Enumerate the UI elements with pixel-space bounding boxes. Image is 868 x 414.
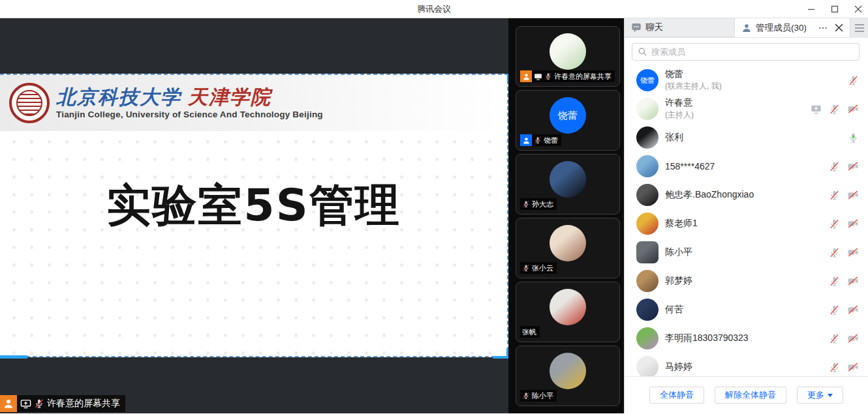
unmute-all-button[interactable]: 解除全体静音 — [715, 387, 786, 404]
camera-muted-icon[interactable] — [847, 246, 859, 258]
person-icon — [3, 398, 14, 409]
video-tile[interactable]: 孙大志 — [516, 154, 620, 214]
presentation-slide: 北京科技大学天津学院 Tianjin College, University o… — [0, 74, 508, 357]
slide-title: 实验室5S管理 — [0, 176, 507, 235]
member-row[interactable]: 李明雨18303790323 — [625, 324, 868, 353]
video-tile[interactable]: 张帆 — [516, 282, 620, 342]
participant-name: 饶蕾 — [544, 136, 558, 145]
role-badge — [520, 134, 532, 146]
tab-manage-members[interactable]: 管理成员(30) — [735, 18, 818, 37]
member-row[interactable]: 张利 — [625, 123, 868, 152]
members-panel: 聊天 管理成员(30) — [624, 18, 868, 413]
share-source-overlay: 许春意的屏幕共享 — [0, 395, 125, 412]
person-icon — [522, 72, 531, 81]
selection-segment — [493, 356, 507, 359]
member-name: 郭梦婷 — [665, 275, 829, 287]
mic-muted-icon — [534, 136, 542, 144]
mic-muted-icon[interactable] — [829, 161, 840, 172]
panel-menu-icon[interactable] — [850, 18, 868, 38]
mic-muted-icon[interactable] — [829, 104, 840, 115]
member-name: 马婷婷 — [665, 361, 829, 373]
panel-footer: 全体静音解除全体静音更多 — [625, 376, 868, 413]
camera-muted-icon[interactable] — [847, 189, 859, 201]
selection-segment — [0, 355, 27, 359]
avatar — [550, 353, 586, 389]
tab-chat-label: 聊天 — [645, 22, 663, 33]
mic-muted-icon[interactable] — [829, 247, 840, 258]
mic-active-icon[interactable] — [848, 132, 859, 143]
minimize-icon[interactable] — [807, 5, 816, 14]
member-row[interactable]: 马婷婷 — [625, 353, 868, 376]
close-panel-icon[interactable] — [835, 23, 843, 32]
video-filmstrip: 许春意的屏幕共享 饶蕾 饶蕾 孙大志 — [508, 18, 624, 413]
member-name: 张利 — [665, 132, 848, 143]
member-name: 蔡老师1 — [665, 218, 829, 229]
mic-muted-icon[interactable] — [829, 190, 840, 201]
video-tile[interactable]: 许春意的屏幕共享 — [516, 26, 620, 87]
mic-muted-icon[interactable] — [848, 75, 859, 86]
member-row[interactable]: 饶蕾 饶蕾 (联席主持人, 我) — [625, 66, 868, 95]
avatar — [636, 299, 659, 321]
member-row[interactable]: 郭梦婷 — [625, 267, 868, 295]
avatar — [636, 184, 659, 206]
member-search-box[interactable] — [632, 43, 860, 61]
screen-share-icon — [534, 72, 542, 81]
camera-muted-icon[interactable] — [847, 333, 859, 344]
avatar — [550, 289, 586, 325]
more-options-icon[interactable] — [818, 23, 828, 33]
avatar: 饶蕾 — [550, 97, 586, 134]
caret-down-icon — [828, 394, 833, 397]
avatar — [636, 126, 659, 149]
avatar — [550, 33, 586, 70]
maximize-icon[interactable] — [830, 5, 839, 14]
video-tile[interactable]: 张小云 — [516, 218, 620, 278]
screen-share-icon[interactable] — [811, 104, 822, 115]
mic-muted-icon[interactable] — [829, 333, 840, 344]
avatar — [550, 225, 586, 261]
camera-muted-icon[interactable] — [847, 218, 859, 229]
member-name: 何苦 — [665, 304, 829, 316]
search-icon — [638, 47, 647, 57]
member-row[interactable]: 许春意 (主持人) — [625, 95, 868, 123]
mic-muted-icon — [544, 72, 552, 80]
camera-muted-icon[interactable] — [847, 361, 859, 373]
screen-share-icon — [20, 398, 31, 409]
participant-name: 张小云 — [532, 263, 553, 273]
avatar — [636, 98, 659, 120]
avatar — [636, 241, 659, 263]
member-search-input[interactable] — [651, 47, 854, 57]
more-button[interactable]: 更多 — [797, 387, 843, 404]
window-titlebar: 腾讯会议 — [0, 0, 868, 18]
mic-muted-icon[interactable] — [829, 218, 840, 229]
member-row[interactable]: 158****4627 — [625, 152, 868, 181]
member-row[interactable]: 蔡老师1 — [625, 209, 868, 238]
tab-chat[interactable]: 聊天 — [625, 18, 735, 37]
mic-muted-icon[interactable] — [829, 276, 840, 287]
presenter-badge — [0, 395, 17, 412]
avatar — [636, 155, 659, 177]
member-role: (联席主持人, 我) — [665, 81, 848, 92]
screen-share-icon — [534, 72, 542, 81]
mic-muted-icon[interactable] — [829, 362, 840, 373]
mute-all-button[interactable]: 全体静音 — [649, 387, 704, 404]
shared-screen-area: 北京科技大学天津学院 Tianjin College, University o… — [0, 18, 508, 413]
members-icon — [741, 23, 752, 33]
mic-muted-icon[interactable] — [829, 304, 840, 316]
camera-muted-icon[interactable] — [847, 275, 859, 287]
video-tile[interactable]: 饶蕾 饶蕾 — [516, 90, 620, 151]
window-title: 腾讯会议 — [417, 3, 451, 15]
university-seal-logo — [9, 83, 50, 123]
camera-muted-icon[interactable] — [847, 160, 859, 172]
camera-muted-icon[interactable] — [847, 304, 859, 316]
avatar — [636, 327, 659, 349]
video-tile[interactable]: 陈小平 — [516, 346, 620, 406]
university-banner: 北京科技大学天津学院 Tianjin College, University o… — [0, 75, 507, 131]
close-icon[interactable] — [854, 5, 863, 14]
member-row[interactable]: 何苦 — [625, 295, 868, 324]
member-row[interactable]: 鲍忠孝.BaoZhongxiao — [625, 181, 868, 209]
member-row[interactable]: 陈小平 — [625, 238, 868, 267]
participant-name: 陈小平 — [532, 391, 553, 401]
camera-muted-icon[interactable] — [847, 103, 859, 115]
member-name: 鲍忠孝.BaoZhongxiao — [665, 189, 829, 201]
mic-muted-icon — [522, 264, 530, 272]
